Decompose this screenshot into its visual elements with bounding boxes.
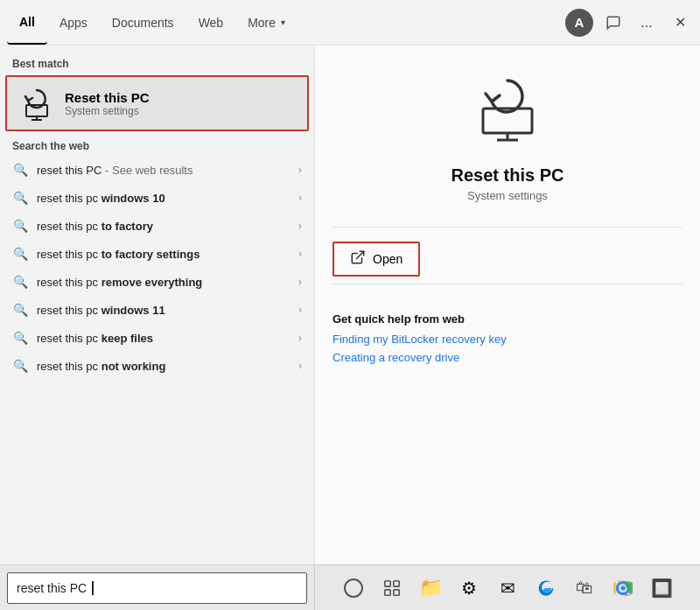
best-match-title: Reset this PC <box>65 90 150 105</box>
item-text: reset this pc keep files <box>37 332 290 345</box>
chat-icon[interactable] <box>600 10 626 36</box>
item-text: reset this pc to factory <box>37 220 290 233</box>
close-icon[interactable]: ✕ <box>667 10 693 36</box>
more-options-icon[interactable]: ... <box>634 10 660 36</box>
edge-icon[interactable] <box>529 571 563 605</box>
chrome-icon[interactable] <box>606 571 640 605</box>
tab-more[interactable]: More ▾ <box>235 0 298 45</box>
text-cursor <box>92 581 94 595</box>
taskbar-icons: 📁 ⚙ ✉ 🛍 🔲 <box>315 571 700 605</box>
open-button[interactable]: Open <box>332 242 420 277</box>
search-icon: 🔍 <box>12 218 28 234</box>
avatar[interactable]: A <box>565 9 593 37</box>
svg-point-15 <box>620 585 626 591</box>
search-icon: 🔍 <box>12 358 28 374</box>
chevron-right-icon: › <box>298 332 302 344</box>
chevron-down-icon: ▾ <box>281 18 285 27</box>
open-icon <box>350 249 366 269</box>
quick-help-link-2[interactable]: Creating a recovery drive <box>332 351 459 364</box>
tab-all[interactable]: All <box>7 0 47 45</box>
left-panel: Best match Reset this PC System settings <box>0 46 315 564</box>
top-nav: All Apps Documents Web More ▾ A ... ✕ <box>0 0 700 46</box>
task-view-icon[interactable] <box>375 571 409 605</box>
search-box[interactable]: reset this PC <box>7 572 307 604</box>
chevron-right-icon: › <box>298 220 302 232</box>
chevron-right-icon: › <box>298 164 302 176</box>
search-icon: 🔍 <box>12 162 28 178</box>
best-match-subtitle: System settings <box>65 105 150 117</box>
search-icon: 🔍 <box>12 246 28 262</box>
chevron-right-icon: › <box>298 192 302 204</box>
search-icon: 🔍 <box>12 190 28 206</box>
right-panel: Reset this PC System settings Open Get q… <box>315 46 700 564</box>
quick-help-title: Get quick help from web <box>332 312 465 326</box>
store-icon[interactable]: 🛍 <box>568 571 601 605</box>
search-query-text: reset this PC <box>17 581 87 595</box>
svg-rect-9 <box>385 589 390 594</box>
svg-line-6 <box>357 251 364 258</box>
file-explorer-icon[interactable]: 📁 <box>414 571 447 605</box>
list-item[interactable]: 🔍 reset this pc windows 10 › <box>0 184 314 212</box>
quick-help-link-1[interactable]: Finding my BitLocker recovery key <box>332 333 507 346</box>
tab-web[interactable]: Web <box>186 0 236 45</box>
list-item[interactable]: 🔍 reset this pc keep files › <box>0 324 314 352</box>
search-icon: 🔍 <box>12 330 28 346</box>
reset-pc-icon <box>19 86 54 121</box>
svg-rect-7 <box>385 580 390 585</box>
list-item[interactable]: 🔍 reset this PC - See web results › <box>0 156 314 184</box>
chevron-right-icon: › <box>298 248 302 260</box>
item-text: reset this pc to factory settings <box>37 248 290 261</box>
chevron-right-icon: › <box>298 360 302 372</box>
search-circle <box>344 578 363 598</box>
tab-documents[interactable]: Documents <box>100 0 186 45</box>
svg-rect-8 <box>394 580 399 585</box>
divider-2 <box>332 284 682 284</box>
item-text: reset this pc windows 10 <box>37 192 290 205</box>
best-match-text: Reset this PC System settings <box>65 90 150 117</box>
search-icon: 🔍 <box>12 274 28 290</box>
web-section-label: Search the web <box>0 131 314 156</box>
right-panel-icon <box>472 72 542 155</box>
list-item[interactable]: 🔍 reset this pc windows 11 › <box>0 296 314 324</box>
item-text: reset this pc remove everything <box>37 276 290 289</box>
main-content: Best match Reset this PC System settings <box>0 46 700 564</box>
search-icon: 🔍 <box>12 302 28 318</box>
chevron-right-icon: › <box>298 276 302 288</box>
taskbar-extra-icon[interactable]: 🔲 <box>645 571 678 605</box>
item-text: reset this pc windows 11 <box>37 304 290 317</box>
item-text: reset this PC - See web results <box>37 164 290 177</box>
item-text: reset this pc not working <box>37 360 290 373</box>
right-panel-subtitle: System settings <box>467 189 548 202</box>
divider <box>332 227 682 228</box>
list-item[interactable]: 🔍 reset this pc to factory › <box>0 212 314 240</box>
list-item[interactable]: 🔍 reset this pc to factory settings › <box>0 240 314 268</box>
best-match-label: Best match <box>0 54 314 75</box>
top-nav-right: A ... ✕ <box>565 9 693 37</box>
best-match-item[interactable]: Reset this PC System settings <box>5 75 309 131</box>
search-box-area: reset this PC <box>0 565 315 610</box>
right-panel-title: Reset this PC <box>452 165 564 186</box>
mail-icon[interactable]: ✉ <box>491 571 524 605</box>
taskbar: reset this PC 📁 ⚙ ✉ <box>0 564 700 610</box>
settings-taskbar-icon[interactable]: ⚙ <box>452 571 486 605</box>
tab-apps[interactable]: Apps <box>47 0 100 45</box>
list-item[interactable]: 🔍 reset this pc not working › <box>0 352 314 380</box>
list-item[interactable]: 🔍 reset this pc remove everything › <box>0 268 314 296</box>
svg-rect-10 <box>394 589 399 594</box>
windows-search-icon[interactable] <box>337 571 370 605</box>
chevron-right-icon: › <box>298 304 302 316</box>
